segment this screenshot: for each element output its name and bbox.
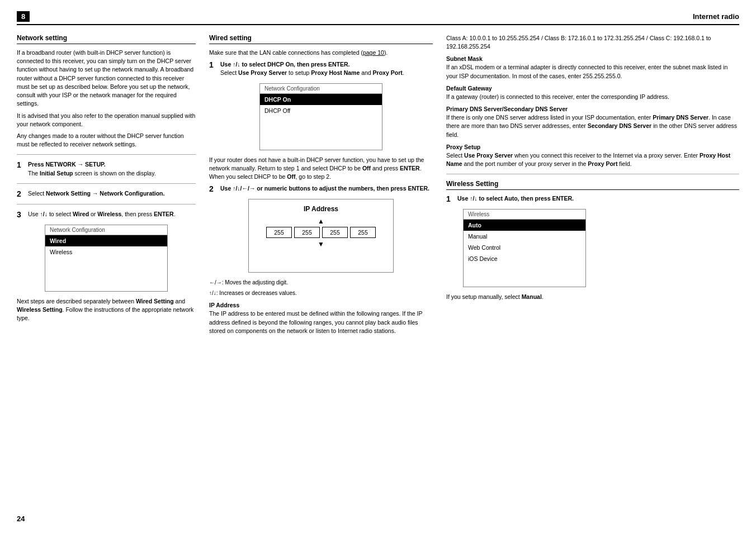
step1-row: 1 Press NETWORK → SETUP. The Initial Set… bbox=[17, 160, 196, 177]
down-arrow-icon: ▼ bbox=[318, 240, 324, 248]
proxy-body: Select Use Proxy Server when you connect… bbox=[446, 151, 739, 168]
network-setting-title: Network setting bbox=[17, 34, 196, 44]
sub-ip-title: IP Address bbox=[209, 302, 433, 308]
wireless-box-title: Wireless bbox=[464, 210, 585, 220]
ip-field-2: 255 bbox=[294, 227, 320, 238]
box1-title: Network Configuration bbox=[45, 225, 167, 235]
gateway-body: If a gateway (router) is connected to th… bbox=[446, 93, 739, 101]
subnet-body: If an xDSL modem or a terminal adapter i… bbox=[446, 63, 739, 80]
ip-fields-row: 255 255 255 255 bbox=[256, 227, 386, 238]
wireless-row-auto: Auto bbox=[464, 220, 585, 231]
box1-row2: Wireless bbox=[45, 246, 167, 258]
dhcp-spacer3 bbox=[260, 139, 382, 150]
wireless-config-box: Wireless Auto Manual Web Control iOS Dev… bbox=[463, 209, 586, 287]
box1-spacer1 bbox=[45, 258, 167, 269]
page-footer-num: 24 bbox=[17, 515, 25, 523]
proxy-title: Proxy Setup bbox=[446, 144, 739, 150]
wired-step2-row: 2 Use ↑/↓/←/→ or numeric buttons to adju… bbox=[209, 184, 433, 193]
wired-setting-title: Wired setting bbox=[209, 34, 433, 44]
wired-step1-sub: Select Use Proxy Server to setup Proxy H… bbox=[220, 69, 433, 77]
page-number-badge: 8 bbox=[17, 11, 30, 22]
step2-label: Select Network Setting → Network Configu… bbox=[28, 189, 196, 198]
box1-row1: Wired bbox=[45, 235, 167, 246]
dhcp-spacer2 bbox=[260, 127, 382, 139]
wired-step2-label: Use ↑/↓/←/→ or numeric buttons to adjust… bbox=[220, 184, 433, 193]
box1-spacer2 bbox=[45, 269, 167, 280]
subnet-title: Subnet Mask bbox=[446, 55, 739, 62]
up-arrow-icon: ▲ bbox=[318, 217, 324, 225]
page-title: Internet radio bbox=[693, 12, 739, 21]
ip-field-4: 255 bbox=[350, 227, 376, 238]
network-after-text: Next steps are described separately betw… bbox=[17, 297, 196, 323]
page-header: 8 Internet radio bbox=[17, 11, 739, 25]
dhcp-row2: DHCP Off bbox=[260, 105, 382, 116]
wired-step1-row: 1 Use ↑/↓ to select DHCP On, then press … bbox=[209, 60, 433, 77]
ip-legend1: ←/→: Moves the adjusting digit. bbox=[209, 278, 433, 287]
step3-num: 3 bbox=[17, 210, 25, 219]
step2-row: 2 Select Network Setting → Network Confi… bbox=[17, 189, 196, 198]
col-wired-setting: Wired setting Make sure that the LAN cab… bbox=[209, 34, 433, 339]
step1-sub: The Initial Setup screen is shown on the… bbox=[28, 169, 196, 178]
step3-row: 3 Use ↑/↓ to select Wired or Wireless, t… bbox=[17, 210, 196, 219]
dhcp-spacer1 bbox=[260, 116, 382, 127]
wired-step2-num: 2 bbox=[209, 184, 217, 193]
wired-step1-label: Use ↑/↓ to select DHCP On, then press EN… bbox=[220, 60, 433, 69]
dns-title: Primary DNS Server/Secondary DNS Server bbox=[446, 106, 739, 112]
wireless-row-ios: iOS Device bbox=[464, 253, 585, 264]
col-network-setting: Network setting If a broadband router (w… bbox=[17, 34, 196, 339]
page10-link[interactable]: page 10 bbox=[363, 49, 384, 56]
dns-body: If there is only one DNS server address … bbox=[446, 113, 739, 139]
step1-num: 1 bbox=[17, 160, 25, 177]
network-setting-body1: If a broadband router (with built-in DHC… bbox=[17, 49, 196, 108]
ip-field-3: 255 bbox=[322, 227, 348, 238]
ip-box-title: IP Address bbox=[256, 205, 386, 213]
step2-num: 2 bbox=[17, 189, 25, 198]
wireless-step1-num: 1 bbox=[446, 194, 454, 203]
col-right: Class A: 10.0.0.1 to 10.255.255.254 / Cl… bbox=[446, 34, 739, 339]
wireless-step1-row: 1 Use ↑/↓ to select Auto, then press ENT… bbox=[446, 194, 739, 203]
ip-legend2: ↑/↓: Increases or decreases values. bbox=[209, 289, 433, 297]
wireless-row-webcontrol: Web Control bbox=[464, 242, 585, 253]
dhcp-mid-text: If your router does not have a built-in … bbox=[209, 156, 433, 182]
dhcp-config-box: Network Configuration DHCP On DHCP Off bbox=[259, 83, 382, 150]
dhcp-row1: DHCP On bbox=[260, 94, 382, 105]
ip-address-box: IP Address ▲ 255 255 255 255 ▼ bbox=[248, 199, 394, 273]
ip-ranges-text: Class A: 10.0.0.1 to 10.255.255.254 / Cl… bbox=[446, 34, 739, 51]
wireless-spacer1 bbox=[464, 264, 585, 275]
page: 8 Internet radio Network setting If a br… bbox=[0, 0, 756, 533]
dhcp-box-title: Network Configuration bbox=[260, 84, 382, 94]
network-setting-body2: It is advised that you also refer to the… bbox=[17, 112, 196, 129]
step1-label: Press NETWORK → SETUP. bbox=[28, 160, 196, 169]
gateway-title: Default Gateway bbox=[446, 85, 739, 92]
wired-step1-num: 1 bbox=[209, 60, 217, 77]
step3-label: Use ↑/↓ to select Wired or Wireless, the… bbox=[28, 210, 196, 218]
wired-intro: Make sure that the LAN cable connections… bbox=[209, 49, 433, 57]
wireless-after-text: If you setup manually, select Manual. bbox=[446, 293, 739, 301]
network-config-box1: Network Configuration Wired Wireless bbox=[45, 225, 168, 292]
ip-field-1: 255 bbox=[266, 227, 292, 238]
network-setting-body3: Any changes made to a router without the… bbox=[17, 132, 196, 149]
wireless-row-manual: Manual bbox=[464, 231, 585, 242]
wireless-step1-label: Use ↑/↓ to select Auto, then press ENTER… bbox=[457, 194, 739, 203]
sub-ip-body: The IP address to be entered must be def… bbox=[209, 310, 433, 335]
wireless-setting-title: Wireless Setting bbox=[446, 180, 739, 190]
wireless-spacer2 bbox=[464, 275, 585, 287]
box1-spacer3 bbox=[45, 280, 167, 291]
